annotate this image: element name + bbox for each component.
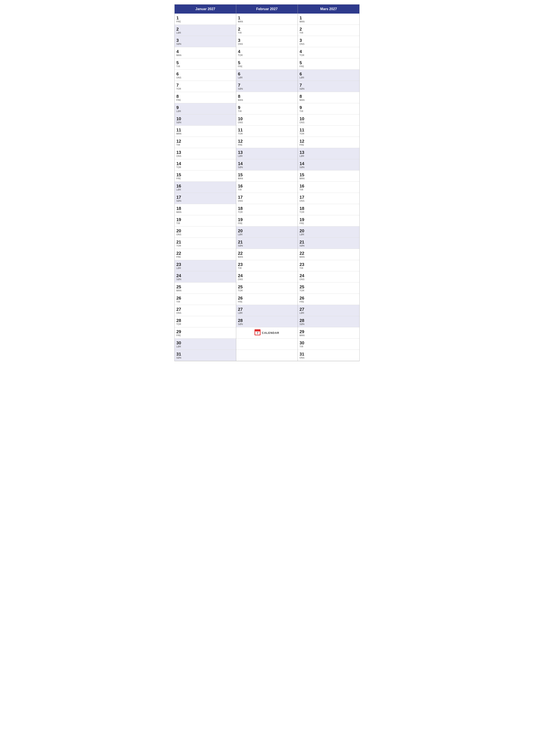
day-number: 2 — [299, 27, 358, 32]
day-number: 15 — [176, 172, 234, 177]
day-name: TIR — [238, 32, 296, 34]
day-row: 10ONS — [236, 115, 297, 126]
day-number: 8 — [176, 94, 234, 99]
day-number: 10 — [176, 116, 234, 121]
day-row: 1MAN — [236, 14, 297, 25]
day-name: SØN — [176, 200, 234, 202]
day-row: 9TIR — [298, 103, 359, 115]
day-number: 19 — [299, 217, 358, 222]
month-column-2: Februar 20271MAN2TIR3ONS4TOR5FRE6LØR7SØN… — [236, 5, 298, 361]
day-name: LØR — [238, 233, 296, 236]
day-number: 14 — [299, 161, 358, 166]
day-name: TOR — [238, 211, 296, 213]
day-number: 21 — [176, 239, 234, 245]
day-name: LØR — [299, 233, 358, 236]
day-row: 2LØR — [175, 25, 236, 36]
day-name: FRE — [176, 20, 234, 23]
day-name: ONS — [176, 312, 234, 314]
day-name: MAN — [238, 177, 296, 180]
day-row: 6LØR — [298, 69, 359, 81]
day-row: 15FRE — [175, 171, 236, 182]
day-row: 14TOR — [175, 159, 236, 171]
day-name: LØR — [176, 267, 234, 269]
month-header-2: Februar 2027 — [236, 5, 297, 14]
day-number: 23 — [238, 262, 296, 267]
day-number: 19 — [238, 217, 296, 222]
day-name: MAN — [299, 334, 358, 337]
day-row: 5FRE — [298, 58, 359, 69]
day-name: FRE — [238, 222, 296, 225]
day-number: 20 — [299, 228, 358, 233]
day-name: ONS — [176, 233, 234, 236]
day-name: ONS — [299, 278, 358, 281]
day-name: SØN — [176, 43, 234, 45]
day-row: 24SØN — [175, 271, 236, 283]
day-number: 13 — [238, 150, 296, 155]
day-name: ONS — [299, 357, 358, 359]
day-name: SØN — [299, 323, 358, 325]
day-row: 2TIR — [298, 25, 359, 36]
day-row: 16TIR — [236, 182, 297, 193]
day-number: 8 — [299, 94, 358, 99]
day-name: SØN — [238, 245, 296, 247]
day-name: LØR — [238, 312, 296, 314]
day-number: 17 — [238, 195, 296, 200]
day-number: 22 — [238, 251, 296, 256]
day-name: TIR — [238, 267, 296, 269]
day-row: 26FRE — [298, 294, 359, 305]
day-name: SØN — [176, 121, 234, 124]
day-name: FRE — [299, 222, 358, 225]
day-name: LØR — [176, 32, 234, 34]
day-row: 28SØN — [236, 316, 297, 327]
day-number: 10 — [238, 116, 296, 121]
day-row: 22FRE — [175, 249, 236, 260]
day-number: 3 — [176, 38, 234, 43]
day-number: 23 — [299, 262, 358, 267]
day-row: 14SØN — [236, 159, 297, 171]
day-name: TIR — [238, 189, 296, 191]
day-number: 18 — [238, 206, 296, 211]
day-row: 23TIR — [236, 260, 297, 271]
day-row: 5FRE — [236, 58, 297, 69]
day-name: FRE — [238, 301, 296, 303]
day-row: 28TOR — [175, 316, 236, 327]
day-number: 11 — [238, 127, 296, 133]
day-name: ONS — [299, 200, 358, 202]
month-column-3: Mars 20271MAN2TIR3ONS4TOR5FRE6LØR7SØN8MA… — [298, 5, 359, 361]
day-row: 7SØN — [236, 81, 297, 92]
day-name: TIR — [299, 345, 358, 348]
day-row: 25TOR — [236, 283, 297, 294]
day-name: SØN — [299, 166, 358, 169]
day-name: FRE — [176, 256, 234, 258]
day-number: 3 — [299, 38, 358, 43]
day-row: 25TOR — [298, 283, 359, 294]
day-row: 16TIR — [298, 182, 359, 193]
day-number: 18 — [176, 206, 234, 211]
day-row: 11TOR — [236, 126, 297, 137]
day-row: 23LØR — [175, 260, 236, 271]
day-number: 6 — [299, 71, 358, 76]
day-row: 9TIR — [236, 103, 297, 115]
day-number: 6 — [176, 71, 234, 76]
day-number: 12 — [238, 139, 296, 144]
day-number: 12 — [299, 139, 358, 144]
day-number: 25 — [299, 284, 358, 289]
day-row: 1FRE — [175, 14, 236, 25]
day-name: TOR — [238, 133, 296, 135]
day-name: TIR — [176, 222, 234, 225]
day-row: 22MAN — [236, 249, 297, 260]
day-name: MAN — [299, 99, 358, 101]
day-row: 15MAN — [298, 171, 359, 182]
day-row: 27LØR — [236, 305, 297, 316]
day-row: 17ONS — [236, 193, 297, 204]
day-row: 4TOR — [298, 47, 359, 58]
day-name: FRE — [299, 65, 358, 68]
day-row: 14SØN — [298, 159, 359, 171]
month-header-1: Januar 2027 — [175, 5, 236, 14]
day-name: LØR — [299, 155, 358, 157]
day-row: 30TIR — [298, 338, 359, 350]
month-column-1: Januar 20271FRE2LØR3SØN4MAN5TIR6ONS7TOR8… — [175, 5, 236, 361]
day-row: 17ONS — [298, 193, 359, 204]
day-name: FRE — [238, 65, 296, 68]
day-name: LØR — [176, 345, 234, 348]
